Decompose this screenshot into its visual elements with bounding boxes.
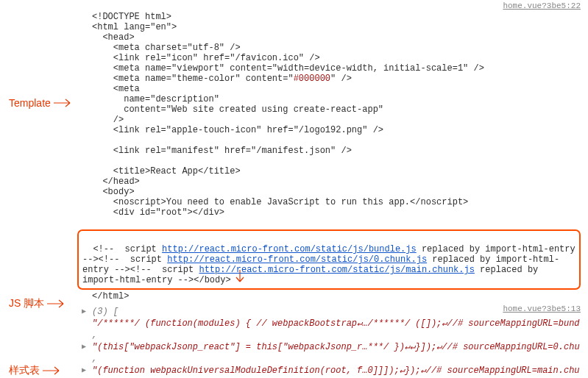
- script-url[interactable]: http://react.micro-front.com/static/js/b…: [162, 244, 417, 254]
- array-item: "/******/ (function(modules) { // webpac…: [92, 318, 580, 329]
- html-line: [92, 218, 113, 228]
- script-url[interactable]: http://react.micro-front.com/static/js/m…: [199, 265, 474, 275]
- arrow-right-icon: [54, 99, 74, 107]
- chevron-right-icon[interactable]: [82, 365, 86, 377]
- array-header: (3) [: [92, 307, 118, 317]
- annotation-js-text: JS 脚本: [9, 297, 44, 310]
- html-line: <div id="root"></div>: [92, 207, 224, 218]
- html-line: </head>: [92, 176, 140, 187]
- html-line: name="description": [92, 94, 219, 104]
- html-line: <link rel="icon" href="/favicon.ico" />: [92, 53, 320, 63]
- highlighted-comment-block: <!-- script http://react.micro-front.com…: [77, 229, 581, 290]
- array-comma: ,: [92, 354, 97, 364]
- array-item: "(function webpackUniversalModuleDefinit…: [92, 365, 580, 376]
- annotation-template: Template: [9, 97, 74, 109]
- html-template-block: <!DOCTYPE html> <html lang="en"> <head> …: [77, 1, 588, 228]
- comment-text: <!-- script: [82, 244, 162, 254]
- script-url[interactable]: http://react.micro-front.com/static/js/0…: [167, 254, 427, 265]
- html-line: <meta charset="utf-8" />: [92, 43, 241, 53]
- html-line: <!DOCTYPE html>: [92, 12, 171, 22]
- html-line: <noscript>You need to enable JavaScript …: [92, 197, 468, 207]
- html-line: <meta: [92, 84, 140, 94]
- chevron-right-icon[interactable]: [82, 341, 86, 353]
- html-line: <meta name="viewport" content="width=dev…: [92, 63, 484, 74]
- chevron-right-icon[interactable]: [82, 306, 86, 318]
- arrow-right-icon: [47, 299, 68, 308]
- array-comma: ,: [92, 330, 97, 340]
- annotation-styles-text: 样式表: [9, 364, 40, 377]
- array-item: "(this["webpackJsonp_react"] = this["web…: [92, 342, 580, 352]
- html-line: <html lang="en">: [92, 22, 177, 32]
- arrow-right-icon: [43, 366, 63, 375]
- console-entry-template[interactable]: home.vue?3be5:22 <!DOCTYPE html> <html l…: [77, 0, 588, 303]
- annotation-js: JS 脚本: [9, 297, 68, 310]
- html-line: <title>React App</title>: [92, 166, 241, 176]
- html-line: <link rel="manifest" href="/manifest.jso…: [92, 146, 352, 156]
- source-link[interactable]: home.vue?3be5:22: [503, 1, 581, 10]
- html-line: <link rel="apple-touch-icon" href="/logo…: [92, 125, 383, 135]
- html-line: <body>: [92, 187, 135, 197]
- html-line: [92, 135, 113, 146]
- color-value: #000000: [294, 74, 330, 84]
- annotation-styles: 样式表: [9, 364, 63, 377]
- html-line: content="Web site created using create-r…: [92, 104, 383, 115]
- annotation-template-text: Template: [9, 97, 51, 109]
- array-expanded[interactable]: (3) [ "/******/ (function(modules) { // …: [77, 304, 588, 378]
- console-output: home.vue?3be5:22 <!DOCTYPE html> <html l…: [77, 0, 588, 378]
- html-line: [92, 156, 113, 166]
- html-line: <head>: [92, 32, 135, 43]
- html-line: <meta name="theme-color" content="#00000…: [92, 74, 352, 84]
- console-entry-js-array[interactable]: home.vue?3be5:13 (3) [ "/******/ (functi…: [77, 303, 588, 378]
- html-line: </html>: [77, 291, 588, 302]
- html-line: />: [92, 115, 124, 125]
